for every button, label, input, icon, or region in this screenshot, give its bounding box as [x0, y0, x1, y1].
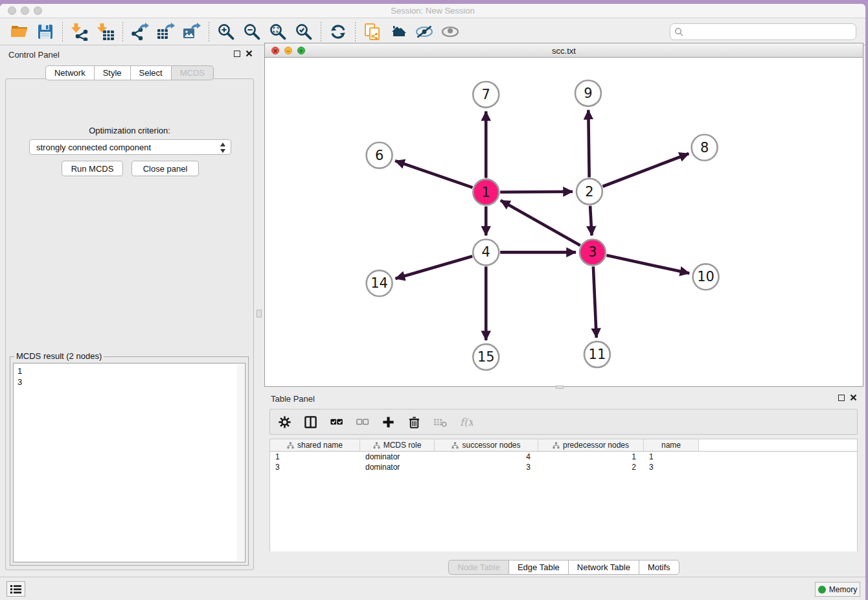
optimization-dropdown[interactable]: strongly connected component [29, 139, 231, 155]
memory-status-icon [818, 586, 826, 594]
cell-predecessor-nodes[interactable]: 1 [538, 452, 644, 462]
node-7[interactable]: 7 [473, 82, 499, 108]
check-pair-button[interactable] [328, 414, 344, 430]
search-input[interactable] [684, 27, 856, 37]
eye-slash-button[interactable] [411, 21, 437, 43]
network-canvas[interactable]: 7968124314101511 [265, 58, 863, 386]
node-11[interactable]: 11 [584, 341, 610, 367]
zoom-fit-button[interactable] [265, 21, 291, 43]
zoom-out-button[interactable] [239, 21, 265, 43]
float-panel-icon[interactable] [234, 51, 240, 57]
tab-network[interactable]: Network [45, 65, 94, 80]
node-8[interactable]: 8 [692, 135, 718, 161]
tab-network-table[interactable]: Network Table [568, 560, 639, 575]
export-table-button[interactable] [153, 21, 179, 43]
gear-button[interactable] [277, 414, 292, 430]
node-4[interactable]: 4 [473, 239, 499, 265]
zoom-selected-button[interactable] [291, 21, 317, 43]
table-float-icon[interactable] [838, 395, 845, 401]
save-button[interactable] [32, 21, 58, 43]
search-box[interactable] [670, 23, 856, 40]
refresh-icon [329, 23, 347, 41]
zoom-in-button[interactable] [213, 21, 239, 43]
tab-select[interactable]: Select [130, 65, 171, 80]
cell-MCDS-role[interactable]: dominator [360, 452, 435, 462]
run-mcds-button[interactable]: Run MCDS [62, 161, 123, 176]
edge-2-8[interactable] [602, 154, 689, 187]
dropdown-stepper-icon [220, 142, 226, 156]
export-network-icon [131, 23, 149, 41]
tab-node-table[interactable]: Node Table [448, 560, 508, 575]
tab-motifs[interactable]: Motifs [639, 560, 680, 575]
mcds-result-text: 1 3 [14, 363, 245, 389]
eye-slash-icon [415, 23, 433, 41]
column-header-shared-name[interactable]: shared name [270, 439, 360, 451]
eye-button[interactable] [437, 21, 463, 43]
trash-button[interactable] [406, 414, 422, 430]
table-row[interactable]: 1dominator411 [270, 452, 857, 462]
refresh-button[interactable] [325, 21, 351, 43]
edge-3-10[interactable] [606, 255, 689, 273]
horizontal-splitter-handle[interactable] [556, 386, 564, 389]
two-pane-button[interactable] [303, 414, 318, 430]
table-row[interactable]: 3dominator323 [270, 462, 857, 472]
node-9[interactable]: 9 [575, 80, 601, 106]
tab-style[interactable]: Style [94, 65, 130, 80]
mcds-result-area[interactable]: 1 3 [13, 363, 246, 562]
network-window-titlebar[interactable]: ✕ − + scc.txt [265, 43, 863, 58]
node-3[interactable]: 3 [580, 239, 606, 265]
cell-shared-name[interactable]: 3 [270, 462, 360, 472]
edge-1-6[interactable] [395, 161, 472, 187]
edge-3-1[interactable] [501, 200, 580, 245]
close-panel-button[interactable]: Close panel [131, 161, 199, 176]
edge-2-9[interactable] [588, 110, 589, 178]
column-header-MCDS-role[interactable]: MCDS role [360, 439, 435, 451]
open-folder-button[interactable] [6, 21, 32, 43]
tab-mcds[interactable]: MCDS [171, 65, 214, 80]
toolbar-separator [355, 22, 356, 41]
column-header-successor-nodes[interactable]: successor nodes [435, 439, 538, 451]
close-panel-icon[interactable] [246, 50, 253, 57]
cell-name[interactable]: 3 [644, 462, 699, 472]
home-button[interactable] [385, 21, 411, 43]
export-image-button[interactable] [179, 21, 205, 43]
vertical-splitter-handle[interactable] [257, 310, 262, 317]
edge-3-11[interactable] [593, 266, 597, 338]
network-graph[interactable]: 7968124314101511 [265, 58, 863, 386]
import-network-button[interactable] [67, 21, 93, 43]
plus-button[interactable] [380, 414, 396, 430]
cell-successor-nodes[interactable]: 3 [435, 462, 538, 472]
node-1[interactable]: 1 [473, 179, 499, 205]
window-titlebar[interactable]: Session: New Session [0, 4, 865, 18]
column-header-name[interactable]: name [644, 439, 699, 451]
cell-MCDS-role[interactable]: dominator [360, 462, 435, 472]
task-history-button[interactable] [6, 581, 25, 597]
fx-button: f(x) [458, 414, 474, 430]
uncheck-pair-button[interactable] [354, 414, 370, 430]
node-2[interactable]: 2 [577, 179, 602, 205]
node-14[interactable]: 14 [367, 270, 393, 296]
uncheck-pair-icon [356, 415, 369, 429]
node-6[interactable]: 6 [367, 143, 393, 168]
edge-1-2[interactable] [500, 192, 573, 192]
export-network-button[interactable] [127, 21, 153, 43]
cell-predecessor-nodes[interactable]: 2 [538, 462, 644, 472]
node-10[interactable]: 10 [693, 264, 719, 290]
node-table[interactable]: shared nameMCDS rolesuccessor nodesprede… [269, 439, 858, 551]
node-15[interactable]: 15 [473, 344, 499, 370]
result-scrollbar[interactable] [237, 364, 244, 561]
export-image-icon [183, 23, 201, 41]
column-header-predecessor-nodes[interactable]: predecessor nodes [538, 439, 644, 451]
tab-edge-table[interactable]: Edge Table [508, 560, 568, 575]
svg-text:14: 14 [371, 275, 388, 291]
table-close-icon[interactable] [850, 394, 857, 401]
cell-name[interactable]: 1 [644, 452, 699, 462]
cell-shared-name[interactable]: 1 [270, 452, 360, 462]
import-table-button[interactable] [93, 21, 119, 43]
memory-button[interactable]: Memory [815, 582, 860, 597]
edge-2-3[interactable] [590, 206, 591, 236]
clone-network-button[interactable] [360, 21, 385, 43]
edge-4-14[interactable] [395, 257, 472, 279]
svg-text:8: 8 [700, 140, 709, 156]
cell-successor-nodes[interactable]: 4 [435, 452, 538, 462]
